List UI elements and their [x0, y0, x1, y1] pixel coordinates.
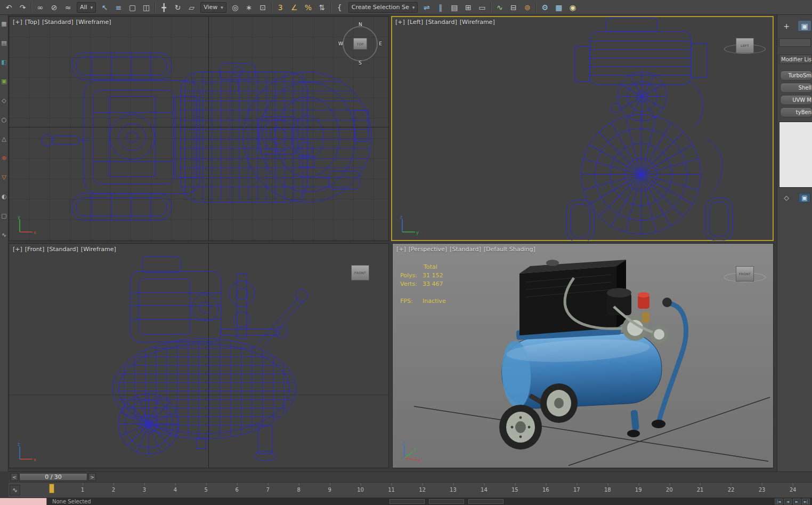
viewcube[interactable]: TOP — [353, 38, 367, 50]
side-toolbar-icon[interactable]: ∿ — [1, 231, 8, 239]
viewport-perspective[interactable]: [+] [Perspective] [Standard] [Default Sh… — [392, 243, 774, 468]
object-name-field[interactable] — [779, 38, 811, 47]
pin-stack-icon[interactable]: ◇ — [781, 193, 792, 203]
snaps-toggle-3d-icon[interactable]: 3 — [274, 1, 287, 13]
viewport-menu-general[interactable]: [+] — [13, 246, 22, 253]
select-and-scale-icon[interactable]: ▱ — [185, 1, 198, 13]
viewport-menu-renderer[interactable]: [Standard] — [47, 246, 78, 253]
mini-curve-editor-icon[interactable]: ∿ — [10, 485, 20, 495]
curve-editor-icon[interactable]: ∿ — [493, 1, 506, 13]
play-icon[interactable]: ► — [793, 499, 801, 504]
side-toolbar-icon[interactable]: ▢ — [1, 212, 8, 220]
select-object-icon[interactable]: ↖ — [98, 1, 111, 13]
viewport-menu-renderer[interactable]: [Standard] — [450, 246, 481, 253]
layer-manager-icon[interactable]: ▤ — [448, 1, 461, 13]
rendered-frame-window-icon[interactable]: ▦ — [552, 1, 565, 13]
coordinate-x-field[interactable] — [389, 499, 425, 504]
schematic-view-icon[interactable]: ⊟ — [507, 1, 520, 13]
viewport-menu-renderer[interactable]: [Standard] — [42, 19, 74, 26]
side-toolbar-icon[interactable]: ⊕ — [1, 155, 8, 162]
viewport-menu-pov[interactable]: [Top] — [25, 19, 39, 26]
create-tab-icon[interactable]: + — [779, 20, 793, 31]
named-selection-sets-dropdown[interactable]: Create Selection Se▾ — [348, 2, 418, 13]
viewport-menu-general[interactable]: [+] — [13, 19, 22, 26]
keyboard-shortcut-override-icon[interactable]: ⊡ — [256, 1, 270, 13]
viewport-top[interactable]: [+] [Top] [Standard] [Wireframe] N E S W… — [9, 16, 389, 241]
viewport-menu-pov[interactable]: [Front] — [25, 246, 44, 253]
previous-key-icon[interactable]: ◄ — [784, 499, 792, 504]
side-toolbar-icon[interactable]: ◧ — [1, 59, 8, 66]
viewport-left[interactable]: [+] [Left] [Standard] [Wireframe] LEFT z… — [391, 16, 774, 241]
viewcube[interactable]: FRONT — [736, 266, 754, 282]
align-icon[interactable]: ∥ — [434, 1, 447, 13]
mirror-icon[interactable]: ⇌ — [420, 1, 433, 13]
side-toolbar-icon[interactable]: ◐ — [1, 193, 8, 201]
viewport-menu-pov[interactable]: [Perspective] — [409, 246, 447, 253]
modifier-stack-item[interactable]: UVW M — [780, 95, 812, 105]
modifier-stack-item[interactable]: TurboSm — [780, 70, 812, 81]
maxscript-mini-listener[interactable] — [0, 498, 47, 505]
select-and-rotate-icon[interactable]: ↻ — [171, 1, 184, 13]
use-pivot-point-icon[interactable]: ◎ — [229, 1, 242, 13]
select-and-link-icon[interactable]: ∞ — [34, 1, 47, 13]
viewport-menu-shading[interactable]: [Wireframe] — [460, 19, 495, 26]
go-to-end-icon[interactable]: ►| — [802, 499, 810, 504]
select-and-move-icon[interactable]: ╋ — [157, 1, 170, 13]
compass-north[interactable]: N — [359, 22, 362, 27]
track-bar[interactable]: ∿ 01234567891011121314151617181920212223… — [9, 482, 812, 498]
modifier-stack-view[interactable] — [779, 122, 812, 188]
viewport-menu-general[interactable]: [+] — [395, 19, 405, 26]
angle-snap-icon[interactable]: ∠ — [288, 1, 301, 13]
material-editor-icon[interactable]: ⊚ — [521, 1, 534, 13]
compass-south[interactable]: S — [359, 60, 362, 66]
percent-snap-icon[interactable]: % — [302, 1, 315, 13]
bind-to-space-warp-icon[interactable]: ≈ — [61, 1, 75, 13]
side-toolbar-icon[interactable]: △ — [1, 135, 8, 143]
render-setup-icon[interactable]: ⚙ — [538, 1, 551, 13]
compass-west[interactable]: W — [338, 41, 343, 46]
modifier-stack-item[interactable]: tyBen — [780, 107, 812, 117]
compressor-wireframe-top[interactable] — [9, 17, 389, 241]
scene-explorer-icon[interactable]: ⊞ — [461, 1, 475, 13]
previous-frame-button[interactable]: < — [11, 473, 18, 481]
viewport-menu-general[interactable]: [+] — [396, 246, 406, 253]
rectangular-selection-region-icon[interactable]: ▢ — [126, 1, 139, 13]
show-end-result-icon[interactable]: ▣ — [799, 193, 810, 203]
viewport-menu-renderer[interactable]: [Standard] — [426, 19, 457, 26]
next-frame-button[interactable]: > — [88, 473, 96, 481]
modifier-list-dropdown[interactable]: Modifier List — [779, 54, 812, 64]
side-toolbar-icon[interactable]: ▦ — [1, 20, 8, 28]
side-toolbar-icon[interactable]: ▣ — [1, 78, 8, 85]
coordinate-z-field[interactable] — [468, 499, 504, 504]
modify-tab-icon[interactable]: ▣ — [798, 20, 811, 31]
timeline-ticks[interactable]: 0123456789101112131415161718192021222324 — [52, 483, 793, 499]
redo-icon[interactable]: ↷ — [16, 1, 29, 13]
viewport-front[interactable]: [+] [Front] [Standard] [Wireframe] FRONT… — [9, 243, 389, 468]
unlink-selection-icon[interactable]: ⊘ — [47, 1, 61, 13]
side-toolbar-icon[interactable]: ▽ — [1, 174, 8, 181]
ribbon-toggle-icon[interactable]: ▭ — [475, 1, 489, 13]
viewcube-compass[interactable]: N E S W TOP — [339, 23, 381, 65]
compressor-wireframe-front[interactable] — [9, 244, 389, 468]
reference-coordinate-dropdown[interactable]: View▾ — [200, 2, 226, 13]
modifier-stack-item[interactable]: Shell — [780, 83, 812, 93]
select-by-name-icon[interactable]: ≡ — [112, 1, 125, 13]
viewport-menu-shading[interactable]: [Wireframe] — [81, 246, 116, 253]
viewport-menu-shading[interactable]: [Default Shading] — [484, 246, 535, 253]
viewport-menu-shading[interactable]: [Wireframe] — [76, 19, 111, 26]
window-crossing-icon[interactable]: ◫ — [140, 1, 153, 13]
side-toolbar-icon[interactable]: ◇ — [1, 97, 8, 105]
compressor-wireframe-left[interactable] — [392, 17, 774, 241]
viewcube[interactable]: FRONT — [351, 265, 369, 280]
select-and-manipulate-icon[interactable]: ∗ — [242, 1, 256, 13]
coordinate-y-field[interactable] — [429, 499, 464, 504]
side-toolbar-icon[interactable]: ○ — [1, 116, 8, 124]
spinner-snap-icon[interactable]: ⇅ — [315, 1, 329, 13]
viewcube[interactable]: LEFT — [736, 38, 754, 53]
compressor-model-shaded[interactable] — [393, 244, 774, 468]
viewport-menu-pov[interactable]: [Left] — [408, 19, 423, 26]
side-toolbar-icon[interactable]: ▤ — [1, 39, 8, 47]
compass-east[interactable]: E — [379, 41, 382, 46]
go-to-start-icon[interactable]: |◄ — [775, 499, 783, 504]
time-slider-handle[interactable]: 0 / 30 — [19, 473, 87, 481]
